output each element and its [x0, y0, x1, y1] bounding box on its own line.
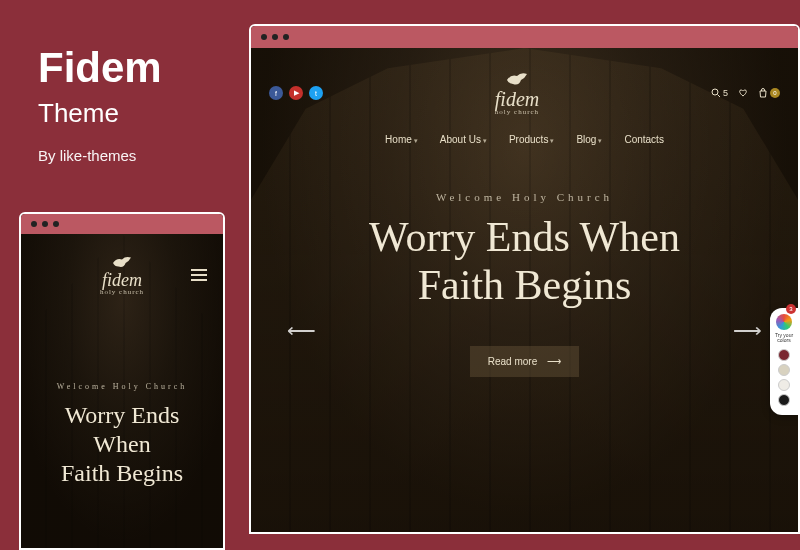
window-titlebar: [21, 214, 223, 234]
cart-button[interactable]: 0: [758, 88, 780, 98]
window-dot: [31, 221, 37, 227]
mobile-hero: fidem holy church Welcome Holy Church Wo…: [21, 234, 223, 550]
facebook-icon[interactable]: f: [269, 86, 283, 100]
window-dot: [283, 34, 289, 40]
logo-text: fidem: [495, 90, 539, 108]
color-swatch[interactable]: [778, 394, 790, 406]
panel-label: Try yourcolors: [775, 333, 793, 343]
nav-item-home[interactable]: Home: [385, 134, 418, 145]
heart-icon: [738, 88, 748, 98]
slider-prev-button[interactable]: ⟵: [287, 318, 316, 342]
social-links: f ▶ t: [269, 86, 323, 100]
color-swatch[interactable]: [778, 379, 790, 391]
theme-subtitle: Theme: [38, 98, 162, 129]
arrow-right-icon: ⟶: [547, 356, 561, 367]
logo-tagline: holy church: [495, 108, 539, 116]
slider-next-button[interactable]: ⟶: [733, 318, 762, 342]
bag-icon: [758, 88, 768, 98]
nav-item-about-us[interactable]: About Us: [440, 134, 487, 145]
color-swatch[interactable]: [778, 364, 790, 376]
hero-eyebrow: Welcome Holy Church: [436, 191, 613, 203]
hamburger-menu-button[interactable]: [191, 269, 207, 281]
window-titlebar: [251, 26, 798, 48]
color-wheel-icon: [776, 314, 792, 330]
search-button[interactable]: 5: [711, 88, 728, 98]
window-dot: [272, 34, 278, 40]
youtube-icon[interactable]: ▶: [289, 86, 303, 100]
nav-item-products[interactable]: Products: [509, 134, 554, 145]
window-dot: [53, 221, 59, 227]
window-dot: [42, 221, 48, 227]
svg-point-0: [712, 89, 718, 95]
site-logo[interactable]: fidem holy church: [100, 254, 144, 296]
hero-section: f ▶ t fidem holy church 5 0: [251, 48, 798, 534]
cart-badge: 0: [770, 88, 780, 98]
dove-icon: [505, 70, 529, 90]
nav-item-contacts[interactable]: Contacts: [624, 134, 663, 145]
search-count: 5: [723, 88, 728, 98]
logo-text: fidem: [102, 272, 142, 288]
twitter-icon[interactable]: t: [309, 86, 323, 100]
window-dot: [261, 34, 267, 40]
hero-title: Worry Ends When Faith Begins: [51, 401, 193, 487]
mobile-preview-window: fidem holy church Welcome Holy Church Wo…: [19, 212, 225, 550]
theme-author: By like-themes: [38, 147, 162, 164]
hero-eyebrow: Welcome Holy Church: [57, 382, 188, 391]
hero-title: Worry Ends WhenFaith Begins: [369, 213, 680, 310]
read-more-button[interactable]: Read more ⟶: [470, 346, 579, 377]
wishlist-button[interactable]: [738, 88, 748, 98]
search-icon: [711, 88, 721, 98]
panel-badge: 3: [786, 304, 796, 314]
theme-title: Fidem: [38, 44, 162, 92]
site-logo[interactable]: fidem holy church: [495, 70, 539, 116]
logo-tagline: holy church: [100, 288, 144, 296]
desktop-preview-window: f ▶ t fidem holy church 5 0: [249, 24, 800, 534]
color-swatch[interactable]: [778, 349, 790, 361]
color-picker-panel[interactable]: 3 Try yourcolors: [770, 308, 798, 415]
main-nav: HomeAbout UsProductsBlogContacts: [385, 134, 664, 145]
nav-item-blog[interactable]: Blog: [576, 134, 602, 145]
svg-line-1: [717, 95, 720, 98]
